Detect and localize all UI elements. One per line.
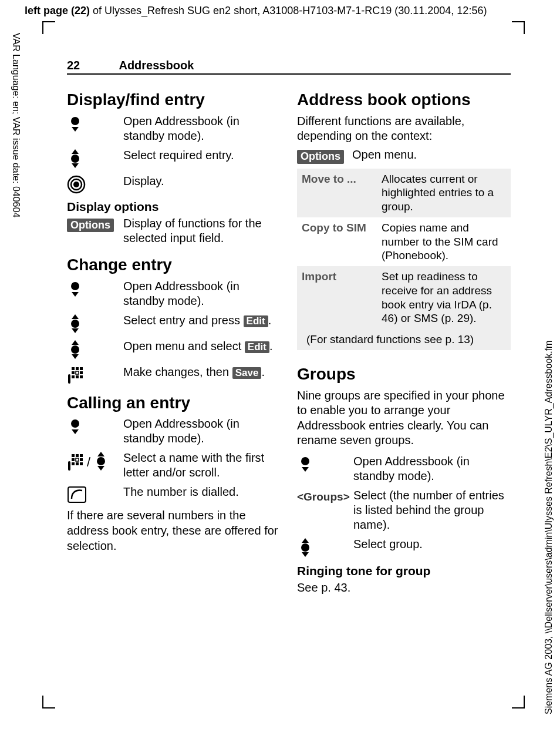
heading-addressbook-options: Address book options xyxy=(297,91,511,109)
table-row: Move to ... Allocates current or highlig… xyxy=(297,169,511,217)
step-text: Display of functions for the selected in… xyxy=(123,216,281,246)
step-text: Select (the number of entries is listed … xyxy=(353,488,511,532)
step: Open menu and select Edit. xyxy=(67,339,281,360)
nav-down-icon xyxy=(297,455,313,473)
step: Select entry and press Edit. xyxy=(67,313,281,334)
step: / Select a name with the first letter an… xyxy=(67,451,281,480)
paragraph: See p. 43. xyxy=(297,580,511,596)
step: Open Addressbook (in standby mode). xyxy=(297,454,511,483)
crop-mark xyxy=(512,21,525,34)
subheading-display-options: Display options xyxy=(67,200,281,214)
step: Open Addressbook (in standby mode). xyxy=(67,279,281,308)
column-right: Address book options Different functions… xyxy=(297,91,511,602)
table-row: Import Set up readiness to receive for a… xyxy=(297,266,511,329)
nav-updown-icon xyxy=(67,149,83,169)
heading-calling-entry: Calling an entry xyxy=(67,394,281,412)
doc-header-rest: of Ulysses_Refresh SUG en2 short, A31008… xyxy=(90,5,487,16)
option-desc: Allocates current or highlighted entries… xyxy=(377,169,511,217)
step-text: Display. xyxy=(123,174,281,189)
option-key: Import xyxy=(297,266,377,329)
table-footer: (For standard functions see p. 13) xyxy=(297,329,511,350)
doc-header: left page (22) of Ulysses_Refresh SUG en… xyxy=(25,5,551,17)
page-number: 22 xyxy=(67,59,116,72)
options-table: Move to ... Allocates current or highlig… xyxy=(297,169,511,350)
softkey-edit: Edit xyxy=(245,341,269,353)
step: <Groups> Select (the number of entries i… xyxy=(297,488,511,532)
nav-down-icon xyxy=(67,280,83,298)
step-text: Select required entry. xyxy=(123,148,281,163)
side-note-right: Siemens AG 2003, \\Dellserver\users\admi… xyxy=(544,268,554,714)
nav-updown-icon xyxy=(67,340,83,360)
heading-change-entry: Change entry xyxy=(67,256,281,274)
softkey-options: Options xyxy=(297,150,344,164)
step: Open Addressbook (in standby mode). xyxy=(67,417,281,446)
running-head: 22 Addressbook xyxy=(67,59,511,75)
step-text: Open menu and select Edit. xyxy=(123,339,281,354)
softkey-edit: Edit xyxy=(244,315,268,327)
step: Options Open menu. xyxy=(297,147,511,164)
nav-updown-icon xyxy=(297,538,313,558)
page-title: Addressbook xyxy=(119,59,194,72)
subheading-ringing-tone: Ringing tone for group xyxy=(297,564,511,578)
separator: / xyxy=(87,455,90,469)
column-left: Display/find entry Open Addressbook (in … xyxy=(67,91,281,602)
call-icon xyxy=(67,486,87,503)
step-text: Select a name with the first letter and/… xyxy=(123,451,281,480)
heading-groups: Groups xyxy=(297,365,511,384)
table-footer-text: (For standard functions see p. 13) xyxy=(297,329,511,350)
nav-center-icon xyxy=(67,175,86,194)
keypad-icon xyxy=(67,366,85,384)
nav-down-icon xyxy=(67,418,83,435)
step-text: The number is dialled. xyxy=(123,485,281,499)
softkey-options: Options xyxy=(67,219,114,233)
keypad-icon xyxy=(67,453,85,471)
crop-mark xyxy=(42,696,55,709)
step: Select required entry. xyxy=(67,148,281,169)
step-text: Make changes, then Save. xyxy=(123,365,281,380)
paragraph: Different functions are available, depen… xyxy=(297,114,511,144)
table-row: Copy to SIM Copies name and number to th… xyxy=(297,217,511,266)
nav-updown-icon xyxy=(67,314,83,334)
step: Make changes, then Save. xyxy=(67,365,281,384)
option-key: Copy to SIM xyxy=(297,217,377,266)
step: Options Display of functions for the sel… xyxy=(67,216,281,246)
option-desc: Set up readiness to receive for an addre… xyxy=(377,266,511,329)
paragraph: If there are several numbers in the addr… xyxy=(67,508,281,553)
side-note-left: VAR Language: en; VAR issue date: 040604 xyxy=(11,33,21,233)
crop-mark xyxy=(512,696,525,709)
crop-mark xyxy=(42,21,55,34)
paragraph: Nine groups are specified in your phone … xyxy=(297,388,511,448)
nav-updown-icon xyxy=(93,452,109,472)
step-text: Open Addressbook (in standby mode). xyxy=(353,454,511,483)
option-key: Move to ... xyxy=(297,169,377,217)
option-desc: Copies name and number to the SIM card (… xyxy=(377,217,511,266)
step: Display. xyxy=(67,174,281,194)
step-text: Select group. xyxy=(353,537,511,552)
step-text: Select entry and press Edit. xyxy=(123,313,281,328)
groups-tag: <Groups> xyxy=(297,491,350,503)
step-text: Open Addressbook (in standby mode). xyxy=(123,279,281,308)
heading-display-find: Display/find entry xyxy=(67,91,281,109)
step-text: Open menu. xyxy=(352,147,511,162)
softkey-save: Save xyxy=(232,367,262,379)
step: Select group. xyxy=(297,537,511,558)
step: Open Addressbook (in standby mode). xyxy=(67,114,281,143)
step-text: Open Addressbook (in standby mode). xyxy=(123,417,281,446)
doc-header-bold: left page (22) xyxy=(25,5,90,16)
step-text: Open Addressbook (in standby mode). xyxy=(123,114,281,143)
nav-down-icon xyxy=(67,115,83,133)
step: The number is dialled. xyxy=(67,485,281,503)
